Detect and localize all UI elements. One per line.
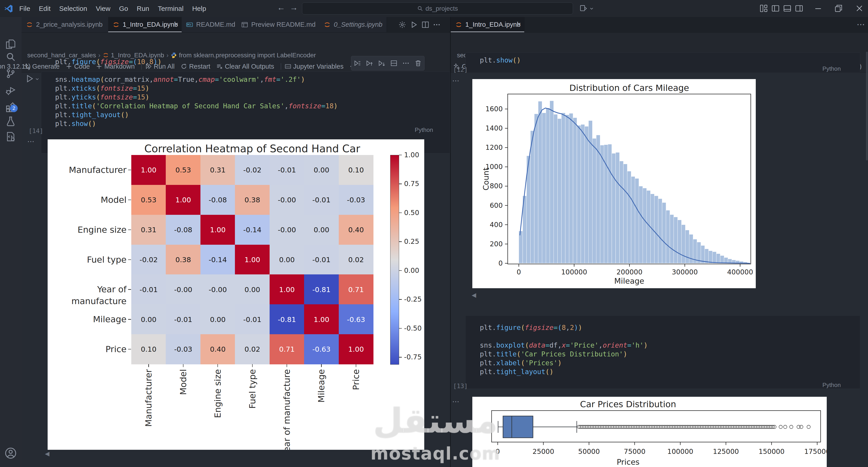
activity-testing-button[interactable] [5, 116, 16, 127]
tab-README.md[interactable]: README.md [182, 17, 237, 32]
colorbar-tick-label: 1.00 [404, 151, 419, 159]
run-row-icon[interactable] [354, 60, 361, 67]
svg-text:75000: 75000 [624, 447, 645, 456]
code-line[interactable]: plt.title('Car Prices Distribution') [480, 349, 627, 359]
boxplot-output: Car Prices Distribution02500050000750001… [472, 397, 827, 467]
close-button[interactable] [855, 4, 864, 12]
output-scroll-left-icon[interactable]: ◀ [472, 292, 476, 299]
code-line[interactable]: sns.boxplot(data=df,x='Price',orient='h'… [480, 341, 648, 349]
extensions-badge: 2 [10, 104, 18, 112]
tab-bar-more-button[interactable]: ⋯ [857, 20, 865, 29]
cell-collapse-more[interactable]: ⋯ [452, 397, 459, 406]
layout-grid-button[interactable] [760, 4, 768, 12]
menu-item-edit[interactable]: Edit [34, 0, 55, 17]
minimize-button[interactable] [814, 4, 822, 12]
toolbar-restart-button[interactable]: Restart [181, 63, 210, 70]
split-icon[interactable] [422, 21, 429, 29]
tab-label: README.md [196, 21, 235, 28]
menu-item-selection[interactable]: Selection [55, 0, 91, 17]
svg-text:400: 400 [490, 221, 503, 229]
code-line[interactable]: plt.title('Correlation Heatmap of Second… [55, 101, 338, 110]
tab-Preview README.md[interactable]: Preview README.md [237, 17, 319, 32]
cell-collapse-more[interactable]: ⋯ [452, 76, 459, 85]
colorbar-tick-label: -0.50 [404, 324, 422, 332]
svg-text:Distribution of Cars Mileage: Distribution of Cars Mileage [569, 83, 689, 93]
gear-icon[interactable] [398, 21, 406, 29]
colorbar-tick [399, 241, 402, 242]
tab-close-button[interactable]: × [517, 20, 521, 28]
ellipsis-icon[interactable] [433, 21, 441, 29]
menu-item-help[interactable]: Help [188, 0, 210, 17]
heatmap-cell: -0.01 [304, 245, 339, 275]
heatmap-cell: -0.14 [200, 245, 235, 275]
menu-item-view[interactable]: View [91, 0, 115, 17]
svg-text:200: 200 [490, 240, 503, 248]
menu-item-file[interactable]: File [15, 0, 34, 17]
code-line[interactable]: plt.figure(figsize=(10,8)) [55, 57, 162, 66]
heatmap-cell: 0.31 [131, 215, 166, 245]
kernel-picker[interactable]: df_projects (Python 3.12.11) [0, 61, 31, 72]
breadcrumb-item[interactable]: from sklearn.preprocessing import LabelE… [171, 52, 316, 59]
axis-tick [183, 364, 183, 367]
cell-collapse-more[interactable]: ⋯ [27, 137, 34, 146]
toolbar-separator [281, 63, 281, 70]
chevron-down-icon[interactable] [35, 76, 40, 81]
tab-1_Intro_EDA.ipynb[interactable]: 1_Intro_EDA.ipynb× [108, 17, 182, 32]
code-cell-top[interactable] [465, 53, 860, 72]
history-back-button[interactable]: ← [277, 3, 285, 12]
activity-file-code-button[interactable] [5, 131, 16, 142]
tab-2_price_analysis.ipynb[interactable]: 2_price_analysis.ipynb [22, 17, 108, 32]
svg-text:600: 600 [490, 201, 503, 209]
code-line[interactable]: plt.figure(figsize=(8,2)) [480, 323, 582, 332]
code-line[interactable]: plt.xlabel('Prices') [480, 359, 562, 367]
trash-icon[interactable] [414, 60, 422, 67]
panel-right-button[interactable] [795, 4, 803, 12]
open-editors-icon[interactable] [580, 4, 587, 12]
restore-button[interactable] [834, 4, 843, 12]
heatmap-cell: 0.00 [131, 304, 166, 334]
column-label: Engine size [213, 369, 223, 418]
play-icon[interactable] [410, 21, 418, 29]
svg-text:1400: 1400 [486, 124, 503, 132]
run-above-icon[interactable] [366, 60, 373, 67]
output-scroll-left-icon[interactable]: ◀ [45, 450, 50, 457]
history-forward-button[interactable]: → [290, 3, 298, 12]
column-label: Mileage [316, 369, 326, 403]
run-below-icon[interactable] [378, 60, 385, 67]
notebook-scrollbar-right[interactable] [866, 52, 868, 160]
panel-left-button[interactable] [771, 4, 780, 12]
menu-item-terminal[interactable]: Terminal [154, 0, 188, 17]
split-cell-icon[interactable] [390, 60, 398, 67]
colorbar-tick-label: 0.50 [404, 209, 419, 216]
code-line[interactable]: plt.show() [480, 56, 521, 65]
code-line[interactable]: plt.tight_layout() [55, 110, 129, 119]
tab-close-button[interactable]: × [174, 20, 179, 28]
heatmap-cell: -0.03 [339, 185, 373, 215]
menu-item-run[interactable]: Run [132, 0, 154, 17]
clear-icon [216, 63, 223, 70]
code-line[interactable]: plt.xticks(fontsize=15) [55, 84, 149, 93]
account-button[interactable] [4, 447, 17, 459]
command-center-search[interactable]: ds_projects [302, 2, 573, 14]
activity-files-button[interactable] [5, 39, 16, 49]
heatmap-cell: 0.00 [235, 274, 270, 304]
code-line[interactable]: plt.tight_layout() [480, 367, 554, 376]
title-bar: FileEditSelectionViewGoRunTerminalHelp←→… [0, 0, 868, 17]
run-cell-button[interactable] [25, 74, 34, 83]
code-line[interactable]: sns.heatmap(corr_matrix,annot=True,cmap=… [55, 75, 305, 84]
menu-item-go[interactable]: Go [115, 0, 132, 17]
panel-bottom-button[interactable] [783, 4, 792, 12]
svg-text:400000: 400000 [727, 268, 753, 276]
tab-1_Intro_EDA.ipynb[interactable]: 1_Intro_EDA.ipynb× [451, 17, 525, 32]
code-line[interactable]: plt.show() [55, 119, 96, 128]
code-line[interactable]: plt.yticks(fontsize=15) [55, 93, 149, 101]
activity-run-debug-button[interactable] [5, 85, 16, 96]
editor-group-left: 2_price_analysis.ipynb1_Intro_EDA.ipynb×… [22, 17, 450, 467]
toolbar-clear-all-outputs-button[interactable]: Clear All Outputs [216, 63, 274, 70]
tab-0_Settings.ipynb[interactable]: 0_Settings.ipynb [319, 17, 387, 32]
toolbar-jupyter-variables-button[interactable]: (x)Jupyter Variables [285, 63, 343, 70]
heatmap-cell: 1.00 [200, 215, 235, 245]
chevron-down-icon[interactable] [589, 6, 594, 11]
ellipsis-icon[interactable] [402, 60, 409, 67]
heatmap-output: Correlation Heatmap of Second Hand Car S… [48, 139, 424, 450]
